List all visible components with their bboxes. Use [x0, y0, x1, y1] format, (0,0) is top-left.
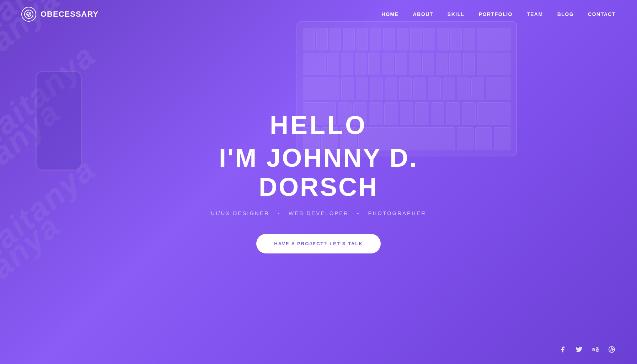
phone-illustration	[36, 71, 82, 171]
cta-button[interactable]: HAVE A PROJECT? LET'S TALK	[256, 234, 380, 253]
hero-role-3: PHOTOGRAPHER	[368, 210, 426, 216]
hero-separator-2: -	[357, 210, 360, 216]
hero-roles: UI/UX DESIGNER - WEB DEVELOPER - PHOTOGR…	[159, 210, 478, 216]
nav-links: HOME ABOUT SKILL PORTFOLIO TEAM BLOG CON…	[382, 11, 616, 17]
hero-greeting: HELLO	[159, 111, 478, 140]
nav-about[interactable]: ABOUT	[413, 11, 433, 17]
hero-name: I'M JOHNNY D. DORSCH	[159, 143, 478, 202]
logo-icon	[21, 7, 36, 22]
twitter-icon[interactable]	[575, 346, 583, 353]
dribbble-icon[interactable]	[608, 346, 616, 353]
hero-section: HELLO I'M JOHNNY D. DORSCH UI/UX DESIGNE…	[159, 111, 478, 253]
nav-blog[interactable]: BLOG	[557, 11, 574, 17]
logo[interactable]: OBECESSARY	[21, 7, 98, 22]
social-icons	[559, 346, 616, 353]
nav-home[interactable]: HOME	[382, 11, 399, 17]
facebook-icon[interactable]	[559, 346, 567, 353]
logo-text: OBECESSARY	[41, 10, 98, 19]
nav-skill[interactable]: SKILL	[448, 11, 465, 17]
navbar: OBECESSARY HOME ABOUT SKILL PORTFOLIO TE…	[0, 0, 637, 28]
nav-contact[interactable]: CONTACT	[588, 11, 616, 17]
hero-role-2: WEB DEVELOPER	[289, 210, 349, 216]
behance-icon[interactable]	[592, 346, 599, 353]
hero-role-1: UI/UX DESIGNER	[211, 210, 269, 216]
nav-portfolio[interactable]: PORTFOLIO	[479, 11, 513, 17]
hero-separator-1: -	[278, 210, 280, 216]
nav-team[interactable]: TEAM	[527, 11, 543, 17]
